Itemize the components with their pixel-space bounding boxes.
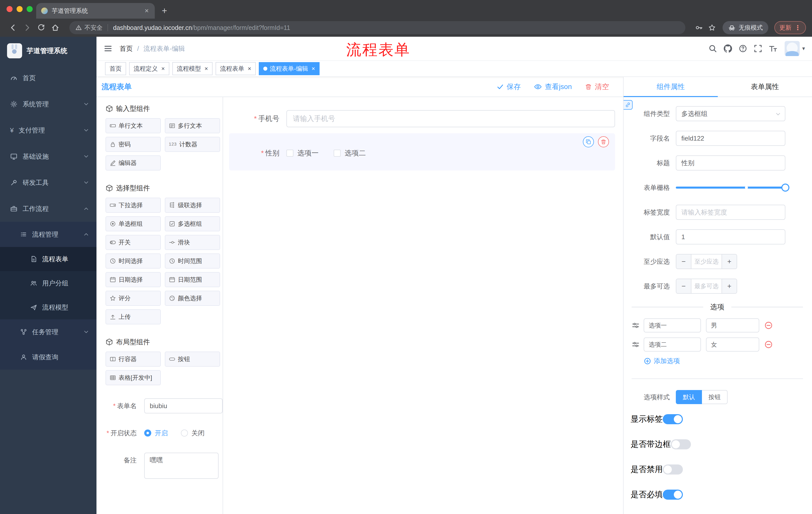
tag-close-icon[interactable]: × — [248, 65, 251, 72]
window-zoom-button[interactable] — [27, 6, 33, 12]
default-value-input[interactable] — [676, 229, 785, 244]
palette-item-time-picker[interactable]: 时间选择 — [106, 253, 161, 269]
palette-item-date-range[interactable]: 日期范围 — [165, 272, 220, 287]
browser-menu-kebab-icon[interactable]: ⋮ — [794, 24, 801, 32]
stepper-plus-button[interactable]: + — [722, 254, 736, 269]
option-2-value-input[interactable] — [706, 337, 759, 352]
slider-track[interactable] — [676, 187, 785, 189]
max-select-input[interactable] — [691, 279, 722, 293]
save-button[interactable]: 保存 — [497, 82, 521, 91]
breadcrumb-home[interactable]: 首页 — [120, 44, 133, 53]
hamburger-icon[interactable] — [96, 36, 120, 61]
github-icon[interactable] — [720, 36, 735, 61]
min-select-input[interactable] — [691, 254, 722, 269]
font-size-icon[interactable] — [765, 36, 781, 61]
delete-component-button[interactable] — [598, 136, 609, 147]
sidebar-item-process-model[interactable]: 流程模型 — [0, 295, 96, 319]
copy-component-button[interactable] — [583, 136, 594, 147]
option-style-button-button[interactable]: 按钮 — [702, 390, 728, 404]
browser-update-button[interactable]: 更新 ⋮ — [774, 21, 806, 34]
avatar-caret-icon[interactable]: ▾ — [802, 45, 805, 52]
sidebar-item-process-form[interactable]: 流程表单 — [0, 247, 96, 271]
palette-item-select[interactable]: 下拉选择 — [106, 198, 161, 213]
drag-handle-icon[interactable] — [632, 321, 640, 329]
tag-process-definition[interactable]: 流程定义 × — [129, 62, 169, 75]
sidebar-item-task-management[interactable]: 任务管理 — [0, 319, 96, 345]
palette-item-password[interactable]: 密码 — [106, 137, 161, 152]
form-remark-textarea[interactable]: 嘿嘿 — [144, 453, 219, 479]
address-bar[interactable]: 不安全 dashboard.yudao.iocoder.cn/bpm/manag… — [69, 21, 685, 34]
palette-item-single-line-text[interactable]: 单行文本 — [106, 118, 161, 133]
palette-item-multi-line-text[interactable]: 多行文本 — [165, 118, 220, 133]
security-warning[interactable]: 不安全 — [76, 24, 103, 32]
stepper-minus-button[interactable]: − — [676, 279, 691, 293]
view-json-button[interactable]: 查看json — [534, 82, 572, 91]
component-type-select[interactable] — [676, 106, 785, 121]
remove-option-icon[interactable] — [764, 321, 773, 330]
browser-tab[interactable]: 芋道管理系统 × — [36, 3, 155, 19]
palette-item-row-container[interactable]: 行容器 — [106, 352, 161, 367]
status-radio-on[interactable]: 开启 — [144, 429, 168, 437]
help-icon[interactable] — [735, 36, 750, 61]
palette-item-table[interactable]: 表格[开发中] — [106, 370, 161, 385]
gender-checkbox-option-1[interactable]: 选项一 — [286, 148, 319, 158]
field-name-input[interactable] — [676, 131, 785, 146]
palette-item-switch[interactable]: 开关 — [106, 235, 161, 250]
palette-item-time-range[interactable]: 时间范围 — [165, 253, 220, 269]
fullscreen-icon[interactable] — [750, 36, 765, 61]
tab-component-properties[interactable]: 组件属性 — [624, 77, 718, 97]
clear-button[interactable]: 清空 — [585, 82, 609, 91]
back-icon[interactable] — [6, 21, 20, 35]
phone-input[interactable] — [286, 110, 615, 127]
reload-icon[interactable] — [34, 21, 48, 35]
palette-item-checkbox-group[interactable]: 多选框组 — [165, 216, 220, 231]
selected-component-gender[interactable]: *性别 选项一 选项二 — [229, 133, 615, 170]
sidebar-item-process-management[interactable]: 流程管理 — [0, 222, 96, 247]
required-toggle[interactable] — [663, 490, 683, 500]
form-name-input[interactable] — [144, 398, 223, 413]
palette-item-upload[interactable]: 上传 — [106, 309, 161, 324]
tag-process-form[interactable]: 流程表单 × — [215, 62, 256, 75]
option-1-value-input[interactable] — [706, 318, 759, 332]
tag-process-form-edit[interactable]: 流程表单-编辑 × — [259, 62, 320, 75]
remove-option-icon[interactable] — [764, 340, 773, 349]
option-1-label-input[interactable] — [644, 318, 701, 332]
new-tab-button[interactable]: + — [162, 5, 167, 16]
gender-checkbox-option-2[interactable]: 选项二 — [334, 148, 366, 158]
tag-close-icon[interactable]: × — [204, 65, 208, 72]
palette-item-rate[interactable]: 评分 — [106, 291, 161, 306]
checkbox[interactable] — [334, 150, 341, 157]
sidebar-item-infrastructure[interactable]: 基础设施 — [0, 143, 96, 169]
password-key-icon[interactable] — [692, 21, 705, 34]
tag-close-icon[interactable]: × — [161, 65, 165, 72]
add-option-button[interactable]: 添加选项 — [644, 357, 804, 366]
checkbox[interactable] — [286, 150, 293, 157]
bookmark-star-icon[interactable] — [705, 21, 719, 34]
sidebar-item-workflow[interactable]: 工作流程 — [0, 196, 96, 222]
tag-home[interactable]: 首页 — [105, 62, 126, 75]
status-radio-off[interactable]: 关闭 — [181, 429, 204, 437]
sidebar-item-user-group[interactable]: 用户分组 — [0, 271, 96, 295]
label-width-input[interactable] — [676, 205, 785, 220]
option-2-label-input[interactable] — [644, 337, 701, 352]
search-icon[interactable] — [705, 36, 720, 61]
tab-close-icon[interactable]: × — [144, 7, 150, 15]
tab-form-properties[interactable]: 表单属性 — [718, 77, 812, 97]
option-style-default-button[interactable]: 默认 — [676, 390, 702, 404]
field-binding-link-icon[interactable] — [623, 100, 633, 110]
sidebar-item-dev-tools[interactable]: 研发工具 — [0, 169, 96, 196]
with-border-toggle[interactable] — [671, 439, 691, 450]
grid-slider[interactable] — [676, 180, 785, 195]
palette-item-editor[interactable]: 编辑器 — [106, 155, 161, 170]
sidebar-item-home[interactable]: 首页 — [0, 65, 96, 91]
drag-handle-icon[interactable] — [632, 341, 640, 349]
disabled-toggle[interactable] — [663, 464, 683, 475]
slider-handle[interactable] — [781, 184, 789, 192]
sidebar-item-leave-query[interactable]: 请假查询 — [0, 345, 96, 370]
palette-item-radio-group[interactable]: 单选框组 — [106, 216, 161, 231]
stepper-plus-button[interactable]: + — [722, 279, 736, 293]
palette-item-cascader[interactable]: 级联选择 — [165, 198, 220, 213]
palette-item-counter[interactable]: 123计数器 — [165, 137, 220, 152]
tag-process-model[interactable]: 流程模型 × — [172, 62, 212, 75]
tag-close-icon[interactable]: × — [312, 65, 315, 72]
